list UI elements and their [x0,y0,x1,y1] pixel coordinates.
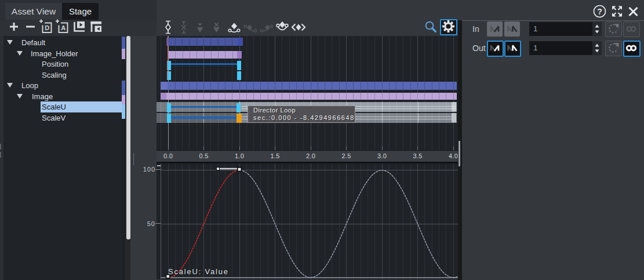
svg-text:A: A [61,24,66,31]
svg-text:?: ? [597,7,602,16]
svg-text:D: D [45,24,49,31]
